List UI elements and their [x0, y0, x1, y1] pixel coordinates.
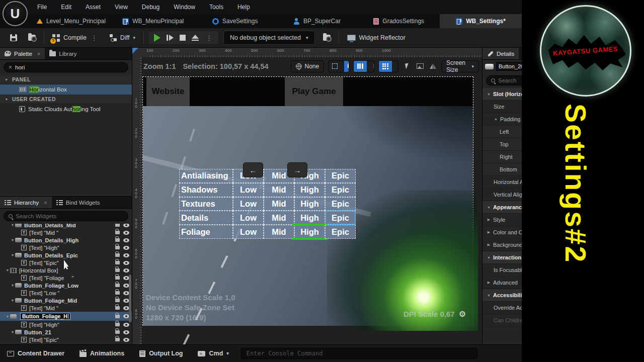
menu-view[interactable]: View [109, 2, 134, 12]
palette-item-horizontal-box[interactable]: Horizontal Box [0, 84, 132, 95]
tab-bind-widgets[interactable]: Bind Widgets [52, 197, 105, 208]
play-options-icon[interactable]: ⋮ [205, 34, 213, 42]
lock-icon[interactable] [115, 338, 120, 341]
setting-cell-foliage-low[interactable]: Low [233, 225, 264, 239]
debug-object-dropdown[interactable]: No debug object selected ▾ [223, 31, 315, 45]
grid-snap-toggle[interactable]: 4 [378, 60, 399, 72]
setting-cell-foliage-mid[interactable]: Mid [264, 225, 294, 239]
close-icon[interactable]: × [37, 51, 40, 57]
detail-row-accessibility[interactable]: ▼Accessibility [482, 289, 522, 302]
respect-locks-toggle[interactable]: R [353, 60, 374, 72]
lock-icon[interactable] [115, 315, 120, 318]
tree-item-button-details-epic[interactable]: ▼Button_Details_Epic [0, 251, 132, 259]
detail-row-interaction[interactable]: ▼Interaction [482, 251, 522, 264]
setting-cell-details-epic[interactable]: Epic [325, 211, 356, 225]
tree-item-button-foliage-h[interactable]: ▼Button_Foliage_H [0, 312, 132, 321]
menu-debug[interactable]: Debug [136, 2, 166, 12]
menu-edit[interactable]: Edit [55, 2, 77, 12]
lock-icon[interactable] [115, 261, 120, 264]
tree-item-button-21[interactable]: ▼Button_21 [0, 328, 132, 336]
setting-cell-antialiasing-epic[interactable]: Epic [325, 169, 356, 183]
lock-selection-toggle[interactable] [328, 60, 349, 72]
visibility-eye-icon[interactable] [123, 338, 129, 342]
detail-row-slot-horizont[interactable]: ▼Slot (Horizont [482, 88, 522, 101]
gear-icon[interactable]: ⚙ [459, 309, 466, 319]
asset-tab-gradossettings[interactable]: GradosSettings [358, 14, 440, 28]
detail-row-override-acce[interactable]: Override Acce [482, 302, 522, 314]
detail-row-is-focusable[interactable]: Is Focusable [482, 264, 522, 277]
details-search[interactable] [486, 75, 522, 85]
setting-cell-shadows-high[interactable]: High [294, 183, 325, 197]
menu-file[interactable]: File [31, 2, 53, 12]
setting-cell-textures-low[interactable]: Low [233, 197, 264, 211]
statusbar-output-log-button[interactable]: Output Log [136, 347, 186, 360]
visibility-eye-icon[interactable] [123, 253, 129, 257]
setting-cell-textures-mid[interactable]: Mid [264, 197, 294, 211]
lock-icon[interactable] [115, 330, 120, 334]
lock-icon[interactable] [115, 291, 120, 295]
tree-item-text-high[interactable]: T[Text] "High" [0, 321, 132, 328]
setting-cell-details-high[interactable]: High [294, 211, 325, 225]
hierarchy-scrollbar[interactable] [129, 275, 131, 322]
play-icon[interactable] [154, 34, 160, 42]
detail-row-background-c[interactable]: ▶Background C [482, 239, 522, 251]
setting-row-label-foliage[interactable]: Foliage [179, 225, 233, 239]
stop-icon[interactable] [180, 35, 186, 41]
hierarchy-search-input[interactable] [16, 213, 123, 219]
lock-icon[interactable] [115, 253, 120, 257]
detail-row-size[interactable]: Size [482, 101, 522, 113]
setting-row-label-shadows[interactable]: Shadows [179, 183, 233, 197]
setting-cell-shadows-mid[interactable]: Mid [264, 183, 294, 197]
frame-skip-icon[interactable] [167, 35, 174, 41]
detail-row-vertical-align[interactable]: Vertical Align [482, 189, 522, 201]
tree-item-text-mid[interactable]: T[Text] "Mid " [0, 304, 132, 312]
tree-item-text-foliage[interactable]: T[Text] "Foliage " [0, 274, 132, 282]
setting-cell-foliage-high[interactable]: High [294, 225, 325, 239]
detail-row-padding[interactable]: ▼Padding [482, 113, 522, 126]
setting-cell-shadows-low[interactable]: Low [233, 183, 264, 197]
statusbar-content-drawer-button[interactable]: Content Drawer [4, 347, 67, 360]
lock-icon[interactable] [115, 231, 120, 234]
visibility-eye-icon[interactable] [123, 323, 129, 327]
menu-tools[interactable]: Tools [203, 2, 229, 12]
lock-icon[interactable] [115, 284, 120, 287]
menu-asset[interactable]: Asset [79, 2, 107, 12]
asset-tab-wb-menuprincipal[interactable]: WB_MenuPrincipal [112, 14, 194, 28]
visibility-eye-icon[interactable] [123, 246, 129, 250]
tab-details[interactable]: Details [482, 48, 519, 59]
lock-icon[interactable] [115, 276, 120, 280]
preview-background-button[interactable] [416, 60, 425, 72]
detail-row-left[interactable]: Left [482, 126, 522, 138]
visibility-eye-icon[interactable] [123, 224, 129, 227]
lock-icon[interactable] [115, 268, 120, 272]
tab-hierarchy[interactable]: Hierarchy × [0, 197, 52, 208]
tree-item-text-high[interactable]: T[Text] "High" [0, 244, 132, 251]
detail-row-right[interactable]: Right [482, 151, 522, 163]
setting-cell-details-low[interactable]: Low [233, 211, 264, 225]
clear-search-icon[interactable]: × [9, 64, 12, 70]
detail-row-can-children[interactable]: Can Children [482, 314, 522, 327]
hierarchy-search[interactable] [4, 211, 128, 221]
widget-reflector-button[interactable]: Widget Reflector [344, 32, 409, 44]
lock-icon[interactable] [115, 299, 120, 302]
play-game-button[interactable]: Play Game [285, 77, 343, 106]
visibility-eye-icon[interactable] [123, 261, 129, 265]
visibility-eye-icon[interactable] [123, 330, 129, 334]
console-command-input[interactable] [241, 348, 477, 359]
tree-item-button-foliage-mid[interactable]: ▼Button_Foliage_Mid [0, 297, 132, 304]
lock-icon[interactable] [115, 224, 120, 227]
screen-size-dropdown[interactable]: Screen Size ▾ [441, 60, 479, 72]
tree-item-text-epic[interactable]: T[Text] "Epic" [0, 336, 132, 343]
widget-name-input[interactable] [496, 62, 522, 71]
detail-row-top[interactable]: Top [482, 138, 522, 151]
asset-tab-bp-supercar[interactable]: BP_SuperCar [276, 14, 358, 28]
setting-row-label-details[interactable]: Details [179, 211, 233, 225]
asset-tab-savesettings[interactable]: SaveSettings [194, 14, 276, 28]
menu-help[interactable]: Help [231, 2, 256, 12]
save-button[interactable] [7, 32, 20, 44]
statusbar-animations-button[interactable]: Animations [76, 347, 127, 360]
localization-preview-button[interactable]: None [291, 60, 325, 72]
setting-row-label-textures[interactable]: Textures [179, 197, 233, 211]
detail-row-color-and-opa[interactable]: ▶Color and Opa [482, 226, 522, 239]
select-tool-button[interactable] [403, 60, 412, 72]
